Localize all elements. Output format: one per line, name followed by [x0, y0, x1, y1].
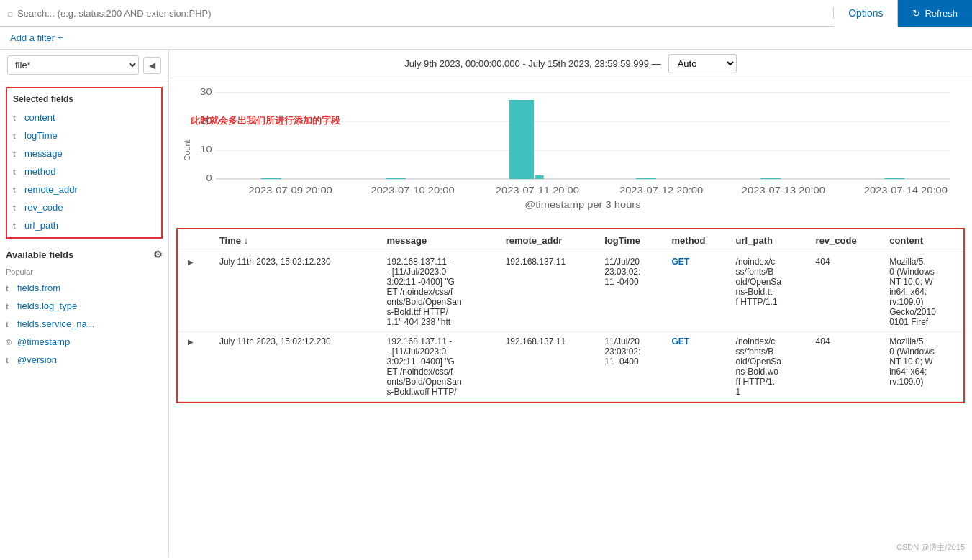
chart-area: Count 此时就会多出我们所进行添加的字段 0 10 20 30 — [169, 78, 972, 222]
y-axis-label: Count — [183, 139, 191, 160]
content-cell: Mozilla/5.0 (WindowsNT 10.0; Win64; x64;… — [882, 332, 963, 402]
field-name: @timestamp — [17, 336, 70, 347]
logtime-cell: 11/Jul/2023:03:02:11 -0400 — [597, 252, 664, 332]
remote-addr-cell: 192.168.137.11 — [499, 332, 598, 402]
results-table-wrap: Time ↓ message remote_addr logTime metho… — [176, 228, 965, 403]
time-range-bar: July 9th 2023, 00:00:00.000 - July 15th … — [169, 50, 972, 78]
field-name: rev_code — [24, 202, 63, 213]
svg-text:2023-07-14 20:00: 2023-07-14 20:00 — [864, 185, 948, 196]
field-type: t — [6, 284, 13, 293]
col-logtime[interactable]: logTime — [597, 229, 664, 252]
rev-code-cell: 404 — [809, 252, 883, 332]
svg-rect-13 — [636, 178, 656, 179]
field-name: fields.log_type — [17, 300, 77, 311]
field-item-logtime[interactable]: t logTime — [7, 127, 161, 144]
svg-text:2023-07-12 20:00: 2023-07-12 20:00 — [619, 185, 703, 196]
field-name: fields.service_na... — [17, 318, 95, 329]
refresh-label: Refresh — [925, 8, 958, 19]
col-rev-code[interactable]: rev_code — [809, 229, 883, 252]
content-cell: Mozilla/5.0 (WindowsNT 10.0; Win64; x64;… — [882, 252, 963, 332]
add-filter-label: Add a filter — [10, 32, 55, 43]
field-type: t — [13, 132, 20, 140]
svg-rect-10 — [386, 178, 406, 179]
col-time[interactable]: Time ↓ — [212, 229, 380, 252]
col-method[interactable]: method — [665, 229, 729, 252]
field-name: message — [24, 148, 63, 159]
logtime-cell: 11/Jul/2023:03:02:11 -0400 — [597, 332, 664, 402]
available-fields-title-label: Available fields — [6, 249, 73, 260]
add-filter-link[interactable]: Add a filter + — [10, 32, 63, 43]
search-input[interactable] — [17, 8, 826, 19]
time-cell: July 11th 2023, 15:02:12.230 — [212, 332, 380, 402]
svg-text:0: 0 — [206, 173, 212, 183]
svg-text:10: 10 — [200, 144, 212, 155]
svg-rect-11 — [509, 100, 534, 179]
svg-text:2023-07-09 20:00: 2023-07-09 20:00 — [249, 185, 332, 196]
svg-text:@timestamp per 3 hours: @timestamp per 3 hours — [524, 199, 640, 210]
col-remote-addr[interactable]: remote_addr — [499, 229, 598, 252]
field-type: t — [6, 302, 13, 311]
field-name: logTime — [24, 130, 58, 141]
field-name: remote_addr — [24, 184, 78, 195]
content-area: July 9th 2023, 00:00:00.000 - July 15th … — [169, 50, 972, 557]
csdn-watermark: CSDN @博主/2015 — [896, 542, 965, 553]
field-type: t — [13, 185, 20, 194]
refresh-button[interactable]: ↻ Refresh — [898, 0, 972, 27]
svg-rect-15 — [884, 178, 904, 179]
remote-addr-cell: 192.168.137.11 — [499, 252, 598, 332]
field-item-message[interactable]: t message — [7, 144, 161, 162]
index-select[interactable]: file* — [7, 55, 139, 75]
expand-arrow[interactable]: ▶ — [185, 258, 196, 266]
field-item-fields-from[interactable]: t fields.from — [0, 279, 168, 297]
available-fields-header: Available fields ⚙ — [0, 244, 168, 265]
gear-icon[interactable]: ⚙ — [153, 249, 163, 260]
col-url-path[interactable]: url_path — [729, 229, 809, 252]
interval-select[interactable]: Auto 1 minute 5 minutes 1 hour 1 day — [668, 54, 737, 73]
field-type: t — [13, 150, 20, 158]
expand-arrow[interactable]: ▶ — [185, 338, 196, 346]
method-cell: GET — [665, 252, 729, 332]
filter-bar: Add a filter + — [0, 27, 972, 50]
svg-text:2023-07-10 20:00: 2023-07-10 20:00 — [371, 185, 455, 196]
options-button[interactable]: Options — [834, 0, 898, 27]
field-type: t — [13, 203, 20, 212]
sidebar: file* ◀ Selected fields t content t logT… — [0, 50, 169, 557]
results-table: Time ↓ message remote_addr logTime metho… — [178, 229, 963, 402]
field-item-url-path[interactable]: t url_path — [7, 216, 161, 234]
message-cell: 192.168.137.11 -- [11/Jul/2023:03:02:11 … — [380, 332, 499, 402]
method-cell: GET — [665, 332, 729, 402]
field-name: @version — [17, 354, 57, 365]
time-range-text: July 9th 2023, 00:00:00.000 - July 15th … — [404, 58, 660, 69]
field-item-rev-code[interactable]: t rev_code — [7, 198, 161, 216]
top-bar: ⌕ Options ↻ Refresh — [0, 0, 972, 27]
field-item-content[interactable]: t content — [7, 109, 161, 127]
field-name: fields.from — [17, 283, 60, 293]
collapse-button[interactable]: ◀ — [143, 57, 161, 74]
field-item-version[interactable]: t @version — [0, 351, 168, 369]
field-item-fields-service-na[interactable]: t fields.service_na... — [0, 315, 168, 333]
field-item-method[interactable]: t method — [7, 162, 161, 180]
svg-rect-14 — [760, 178, 781, 179]
field-item-fields-log-type[interactable]: t fields.log_type — [0, 297, 168, 315]
svg-text:30: 30 — [200, 86, 212, 97]
results-area[interactable]: Time ↓ message remote_addr logTime metho… — [169, 222, 972, 557]
search-area: ⌕ — [0, 7, 834, 19]
field-type: t — [13, 167, 20, 176]
table-row: ▶ July 11th 2023, 15:02:12.230 192.168.1… — [178, 252, 963, 332]
field-type: t — [6, 356, 13, 364]
field-item-timestamp[interactable]: © @timestamp — [0, 333, 168, 351]
field-type: © — [6, 338, 13, 346]
field-item-remote-addr[interactable]: t remote_addr — [7, 180, 161, 198]
col-message[interactable]: message — [380, 229, 499, 252]
table-row: ▶ July 11th 2023, 15:02:12.230 192.168.1… — [178, 332, 963, 402]
field-type: t — [13, 114, 20, 122]
svg-text:2023-07-13 20:00: 2023-07-13 20:00 — [742, 185, 825, 196]
col-content[interactable]: content — [882, 229, 963, 252]
field-name: url_path — [24, 220, 58, 231]
url-path-cell: /noindex/css/fonts/Bold/OpenSans-Bold.tt… — [729, 252, 809, 332]
field-name: method — [24, 166, 55, 177]
sidebar-top: file* ◀ — [0, 50, 168, 81]
field-type: t — [6, 320, 13, 329]
search-icon: ⌕ — [7, 7, 13, 19]
selected-fields-section: Selected fields t content t logTime t me… — [6, 87, 163, 239]
